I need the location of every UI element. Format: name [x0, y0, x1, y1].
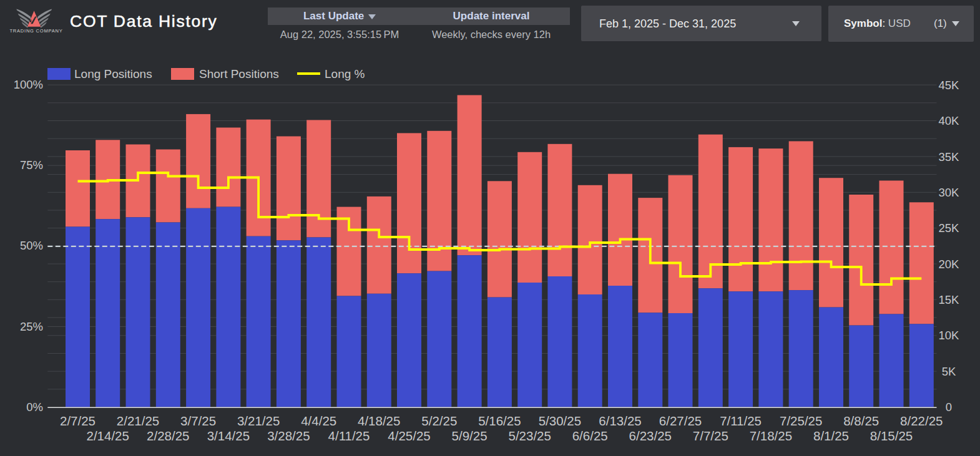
svg-text:4/18/25: 4/18/25 — [358, 414, 400, 428]
svg-text:2/7/25: 2/7/25 — [60, 414, 96, 428]
svg-text:20K: 20K — [939, 258, 960, 271]
svg-text:2/14/25: 2/14/25 — [86, 429, 129, 443]
svg-text:3/14/25: 3/14/25 — [207, 429, 250, 443]
svg-text:15K: 15K — [939, 293, 960, 306]
svg-text:45K: 45K — [939, 79, 960, 92]
svg-text:7/7/25: 7/7/25 — [693, 429, 728, 443]
svg-text:5/9/25: 5/9/25 — [452, 429, 488, 443]
svg-text:6/23/25: 6/23/25 — [629, 429, 672, 443]
svg-text:4/4/25: 4/4/25 — [301, 414, 336, 428]
svg-text:40K: 40K — [939, 114, 960, 127]
svg-text:75%: 75% — [20, 158, 43, 172]
svg-text:8/8/25: 8/8/25 — [843, 414, 879, 428]
svg-text:2/28/25: 2/28/25 — [147, 429, 189, 443]
svg-text:0%: 0% — [26, 400, 43, 414]
svg-text:4/25/25: 4/25/25 — [388, 429, 430, 443]
svg-text:7/18/25: 7/18/25 — [750, 429, 792, 443]
svg-text:5/2/25: 5/2/25 — [421, 414, 457, 428]
svg-text:6/13/25: 6/13/25 — [599, 414, 641, 428]
svg-text:25%: 25% — [20, 320, 43, 333]
svg-text:5/16/25: 5/16/25 — [478, 414, 521, 428]
svg-text:3/28/25: 3/28/25 — [267, 429, 310, 443]
svg-text:8/22/25: 8/22/25 — [900, 414, 943, 428]
svg-text:5/23/25: 5/23/25 — [508, 429, 551, 443]
svg-text:6/27/25: 6/27/25 — [659, 414, 702, 428]
svg-text:6/6/25: 6/6/25 — [572, 429, 608, 443]
svg-text:8/15/25: 8/15/25 — [870, 429, 913, 443]
svg-text:100%: 100% — [14, 78, 43, 91]
svg-text:3/7/25: 3/7/25 — [180, 414, 216, 428]
svg-text:5K: 5K — [942, 365, 956, 378]
svg-text:8/1/25: 8/1/25 — [813, 429, 849, 443]
svg-text:30K: 30K — [939, 186, 960, 199]
svg-text:2/21/25: 2/21/25 — [117, 414, 159, 428]
svg-text:50%: 50% — [20, 239, 43, 252]
svg-text:25K: 25K — [939, 221, 960, 235]
svg-text:10K: 10K — [939, 329, 960, 342]
svg-text:3/21/25: 3/21/25 — [237, 414, 280, 428]
svg-text:5/30/25: 5/30/25 — [539, 414, 581, 428]
svg-text:4/11/25: 4/11/25 — [328, 429, 370, 443]
svg-text:7/11/25: 7/11/25 — [720, 414, 762, 428]
svg-text:35K: 35K — [939, 150, 960, 163]
svg-text:7/25/25: 7/25/25 — [780, 414, 822, 428]
svg-text:0: 0 — [946, 400, 952, 414]
